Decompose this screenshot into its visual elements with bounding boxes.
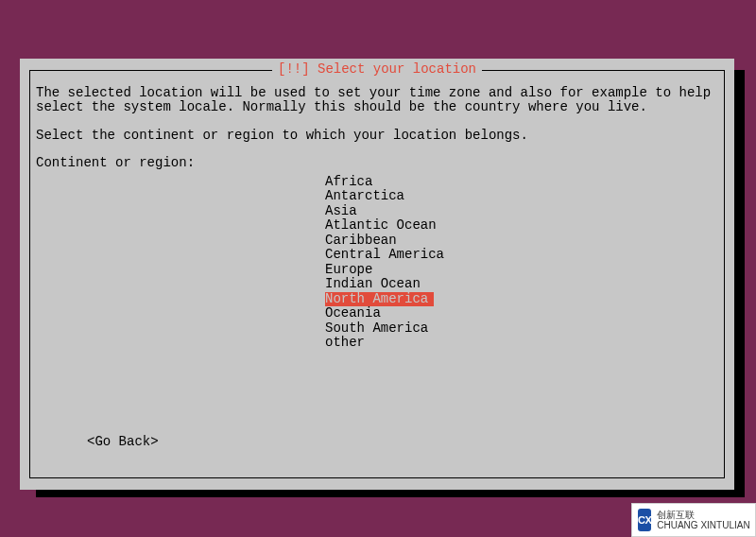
region-option-caribbean[interactable]: Caribbean xyxy=(30,234,724,249)
region-option-central-america[interactable]: Central America xyxy=(30,248,724,263)
region-option-atlantic-ocean[interactable]: Atlantic Ocean xyxy=(30,218,724,234)
dialog-frame: [!!] Select your location The selected l… xyxy=(29,70,725,478)
region-option-asia[interactable]: Asia xyxy=(30,204,724,219)
prompt-label: Continent or region: xyxy=(30,156,724,170)
region-option-south-america[interactable]: South America xyxy=(30,321,724,337)
region-option-indian-ocean[interactable]: Indian Ocean xyxy=(30,277,724,292)
description-line-2: Select the continent or region to which … xyxy=(30,129,724,143)
region-list: Africa Antarctica Asia Atlantic Ocean Ca… xyxy=(30,175,724,351)
region-option-other[interactable]: other xyxy=(30,336,724,351)
spacer xyxy=(30,143,724,156)
spacer xyxy=(30,115,724,129)
region-option-europe[interactable]: Europe xyxy=(30,263,724,278)
region-option-antarctica[interactable]: Antarctica xyxy=(30,189,724,204)
go-back-button[interactable]: <Go Back> xyxy=(87,435,159,449)
installer-dialog: [!!] Select your location The selected l… xyxy=(20,59,734,490)
watermark-text: 创新互联 CHUANG XINTULIAN xyxy=(657,510,749,530)
description-line-1: The selected location will be used to se… xyxy=(30,86,724,115)
region-option-north-america[interactable]: North America xyxy=(30,292,724,307)
watermark-logo-icon: CX xyxy=(638,509,651,531)
watermark: CX 创新互联 CHUANG XINTULIAN xyxy=(631,503,756,537)
region-option-africa[interactable]: Africa xyxy=(30,175,724,190)
region-option-oceania[interactable]: Oceania xyxy=(30,306,724,321)
dialog-title: [!!] Select your location xyxy=(272,62,482,77)
